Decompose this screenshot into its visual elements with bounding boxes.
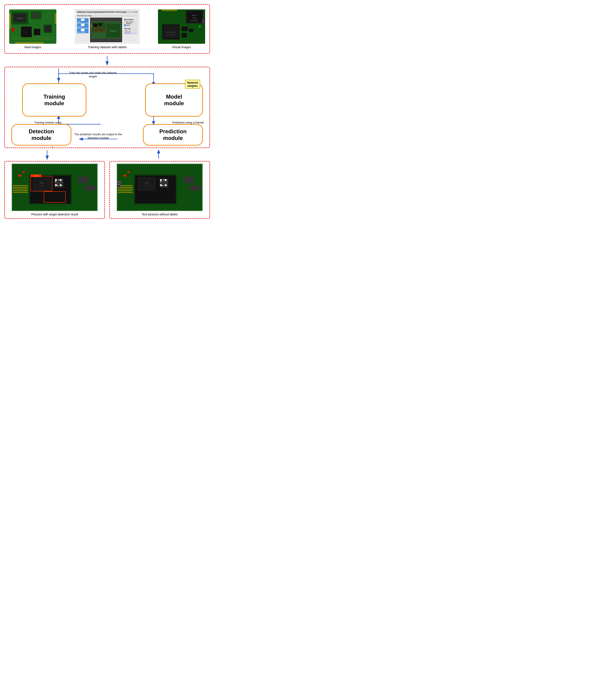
svg-rect-62 [91, 26, 92, 27]
difficult-checkbox[interactable] [124, 23, 126, 24]
svg-rect-84 [171, 9, 172, 11]
network-weights-badge: Network weights [185, 80, 200, 89]
svg-rect-116 [60, 179, 62, 181]
svg-rect-126 [13, 185, 28, 186]
svg-rect-128 [13, 188, 28, 190]
svg-rect-60 [91, 25, 92, 25]
svg-rect-43 [38, 42, 38, 44]
svg-rect-163 [118, 182, 120, 183]
svg-rect-70 [186, 10, 203, 23]
real-images-panel: STM32 [9, 9, 57, 49]
mid-to-bot-arrows [4, 150, 210, 161]
labelimg-next-btn[interactable]: Next Image [77, 28, 89, 33]
virtual-images-panel: Altiom FPGA NG-OPEN [158, 9, 205, 49]
labelimg-opendir-btn[interactable]: Open Dir [77, 23, 89, 28]
svg-text:NG-OPEN: NG-OPEN [191, 20, 198, 21]
svg-rect-16 [9, 27, 11, 27]
svg-rect-95 [189, 29, 193, 32]
svg-rect-82 [169, 9, 169, 11]
svg-rect-83 [170, 9, 171, 11]
svg-rect-22 [54, 19, 57, 20]
svg-rect-17 [9, 28, 11, 28]
svg-rect-19 [54, 15, 57, 16]
svg-text:WNC: WNC [145, 182, 149, 184]
svg-rect-10 [9, 19, 11, 20]
svg-rect-9 [9, 18, 11, 18]
svg-text:STM32: STM32 [17, 17, 23, 20]
svg-rect-119 [55, 184, 57, 186]
svg-rect-33 [25, 42, 25, 44]
svg-rect-50 [34, 29, 40, 35]
svg-rect-156 [118, 192, 133, 193]
svg-text:module: module [40, 185, 44, 186]
svg-text:module: module [145, 185, 149, 186]
svg-rect-86 [174, 9, 174, 11]
main-diagram: STM32 [4, 4, 210, 219]
svg-rect-93 [181, 27, 188, 31]
labelimg-menu: File Edit View Help [76, 14, 138, 17]
svg-rect-11 [9, 20, 11, 21]
svg-rect-27 [17, 42, 18, 44]
svg-text:IC: IC [25, 31, 27, 33]
svg-rect-78 [163, 9, 164, 11]
svg-rect-114 [57, 179, 58, 180]
svg-rect-148 [165, 181, 166, 182]
svg-point-53 [12, 28, 15, 31]
svg-rect-42 [36, 42, 37, 44]
svg-rect-7 [9, 15, 11, 16]
svg-rect-127 [13, 187, 28, 188]
svg-rect-61 [91, 25, 92, 26]
svg-rect-13 [9, 23, 11, 23]
svg-rect-139 [138, 178, 155, 191]
clock-checkbox[interactable] [124, 24, 126, 26]
svg-rect-35 [27, 42, 28, 44]
labelimg-window: labelImg C:/Users/App/Desktop/STM32F407-… [75, 9, 139, 44]
labelimg-open-btn[interactable]: Open [77, 18, 89, 23]
training-module-box: Training module [22, 83, 86, 117]
svg-rect-52 [45, 25, 51, 32]
svg-rect-118 [60, 181, 61, 182]
svg-text:PCB img: PCB img [110, 30, 116, 32]
prediction-results-label: The prediction results are output to the… [73, 133, 123, 140]
svg-rect-115 [59, 179, 59, 180]
svg-rect-25 [54, 23, 57, 23]
svg-rect-76 [202, 19, 203, 23]
svg-rect-147 [160, 181, 161, 182]
svg-rect-129 [13, 190, 28, 191]
svg-rect-41 [35, 42, 36, 44]
svg-rect-158 [128, 171, 130, 173]
detection-result-box: WNC module [4, 161, 105, 219]
svg-rect-28 [18, 42, 19, 44]
top-to-mid-arrows [4, 56, 210, 67]
svg-rect-63 [91, 27, 92, 28]
svg-rect-79 [165, 9, 166, 11]
detection-module-box: Detection module [12, 124, 71, 146]
svg-rect-31 [22, 42, 23, 44]
svg-rect-14 [9, 24, 11, 25]
detection-result-label: Pictures with target detection result [7, 213, 102, 216]
svg-rect-81 [168, 9, 168, 11]
svg-rect-36 [28, 42, 29, 44]
svg-rect-20 [54, 16, 57, 17]
labelimg-canvas: IC chip PCB img [90, 18, 122, 42]
svg-rect-39 [32, 42, 33, 44]
svg-rect-8 [9, 16, 11, 17]
svg-rect-144 [162, 179, 163, 180]
test-pictures-label: Test pictures without labels [112, 213, 207, 216]
bottom-section: WNC module [4, 161, 210, 219]
svg-rect-34 [26, 42, 27, 44]
svg-rect-134 [85, 185, 95, 191]
svg-rect-149 [160, 184, 162, 186]
top-section: STM32 [4, 4, 210, 54]
svg-rect-117 [55, 181, 56, 182]
labelimg-title: labelImg C:/Users/App/Desktop/STM32F407-… [76, 10, 138, 14]
svg-rect-12 [9, 21, 11, 22]
svg-text:WNC: WNC [40, 182, 44, 184]
svg-rect-18 [54, 14, 57, 14]
svg-rect-160 [190, 185, 200, 191]
svg-rect-121 [60, 184, 62, 186]
svg-rect-44 [39, 42, 40, 44]
svg-rect-145 [163, 179, 164, 180]
dataset-label: Training dataset with labels [88, 45, 127, 49]
svg-rect-94 [181, 33, 187, 37]
